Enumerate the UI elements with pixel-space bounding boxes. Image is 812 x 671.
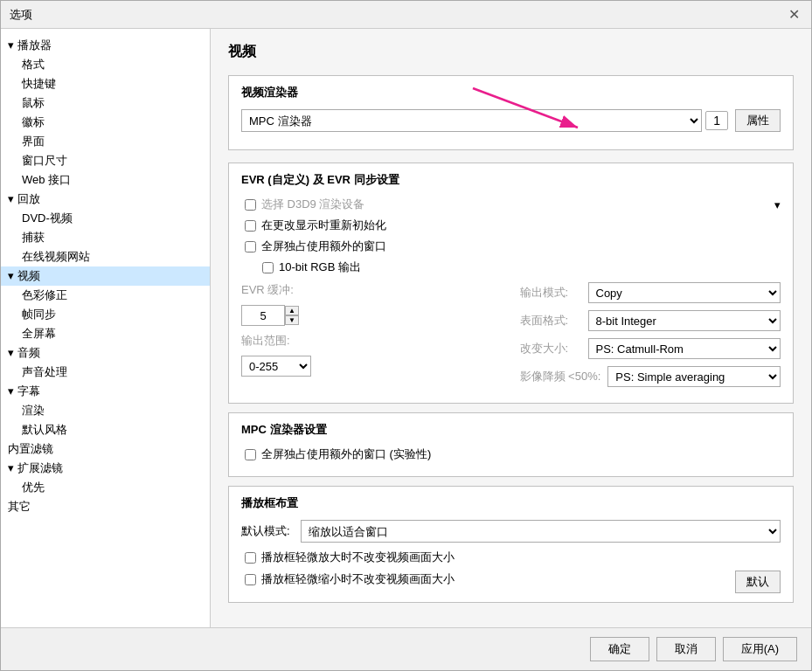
- output-range-label: 输出范围:: [241, 333, 311, 349]
- mpc-exclusive-checkbox-row: 全屏独占使用额外的窗口 (实验性): [241, 446, 781, 462]
- scale-down-checkbox[interactable]: [245, 574, 256, 585]
- sidebar-item-subtitle-render[interactable]: 渲染: [1, 401, 210, 420]
- resize-select[interactable]: PS: Catmull-Rom: [588, 338, 781, 359]
- dialog-footer: 确定 取消 应用(A): [1, 627, 811, 670]
- spin-up-button[interactable]: ▲: [285, 306, 299, 315]
- renderer-select-wrapper: MPC 渲染器 1: [241, 109, 728, 132]
- noise-reduce-select[interactable]: PS: Simple averaging: [607, 366, 781, 387]
- output-range-select-row: 0-255: [241, 356, 503, 377]
- exclusive-window-checkbox[interactable]: [245, 241, 256, 252]
- spin-buttons: ▲ ▼: [285, 306, 299, 325]
- sidebar-item-video[interactable]: ▾ 视频: [1, 266, 210, 286]
- scale-up-label: 播放框轻微放大时不改变视频画面大小: [261, 550, 455, 565]
- close-button[interactable]: ✕: [785, 6, 802, 24]
- noise-reduce-dropdown: PS: Simple averaging: [607, 366, 781, 387]
- exclusive-window-label: 全屏独占使用额外的窗口: [261, 239, 386, 254]
- scale-down-label: 播放框轻微缩小时不改变视频画面大小: [261, 571, 455, 587]
- playback-group: 播放框布置 默认模式: 缩放以适合窗口 播放框轻微放大时不改变视频画面大小 播放…: [228, 486, 794, 603]
- evr-buffer-label: EVR 缓冲:: [241, 282, 311, 298]
- mode-row: 默认模式: 缩放以适合窗口: [241, 520, 781, 543]
- main-content: 视频 视频渲染器 MPC 渲染器 1 属性 EVR (自定义) 及 EVR 同步…: [211, 29, 811, 627]
- surface-format-select[interactable]: 8-bit Integer: [588, 310, 781, 331]
- output-range-select[interactable]: 0-255: [241, 356, 311, 377]
- sidebar-item-audio-processing[interactable]: 声音处理: [1, 363, 210, 382]
- d3d9-dropdown-arrow: ▾: [774, 198, 781, 211]
- cancel-button[interactable]: 取消: [656, 637, 716, 661]
- noise-reduce-row: 影像降频 <50%: PS: Simple averaging: [520, 366, 781, 387]
- sidebar-item-fullscreen[interactable]: 全屏幕: [1, 324, 210, 343]
- mode-select[interactable]: 缩放以适合窗口: [301, 520, 781, 543]
- sidebar-item-audio[interactable]: ▾ 音频: [1, 343, 210, 363]
- resize-label: 改变大小:: [520, 341, 581, 356]
- sidebar-item-frame-sync[interactable]: 帧同步: [1, 305, 210, 324]
- scale-up-checkbox-row: 播放框轻微放大时不改变视频画面大小: [241, 550, 781, 565]
- mpc-group: MPC 渲染器设置 全屏独占使用额外的窗口 (实验性): [228, 412, 794, 477]
- 10bit-checkbox-row: 10-bit RGB 输出: [241, 259, 781, 275]
- sidebar-item-others[interactable]: 其它: [1, 497, 210, 516]
- output-range-row: 输出范围:: [241, 333, 503, 349]
- sidebar-item-interface[interactable]: 界面: [1, 132, 210, 151]
- sidebar-item-default-style[interactable]: 默认风格: [1, 420, 210, 439]
- dialog-title: 选项: [10, 7, 32, 23]
- evr-buffer-input[interactable]: [241, 305, 285, 326]
- sidebar: ▾ 播放器 格式 快捷键 鼠标 徽标 界面 窗口尺寸 Web 接口 ▾ 回放 D…: [1, 29, 211, 627]
- ok-button[interactable]: 确定: [590, 637, 649, 661]
- sidebar-item-shortcuts[interactable]: 快捷键: [1, 74, 210, 93]
- sidebar-item-subtitle[interactable]: ▾ 字幕: [1, 382, 210, 401]
- mpc-exclusive-checkbox[interactable]: [245, 449, 256, 460]
- surface-format-dropdown: 8-bit Integer: [588, 310, 781, 331]
- sidebar-item-capture[interactable]: 捕获: [1, 228, 210, 247]
- sidebar-item-playback[interactable]: ▾ 回放: [1, 190, 210, 209]
- renderer-number-badge: 1: [705, 111, 728, 130]
- evr-fields: EVR 缓冲: ▲ ▼ 输出范围:: [241, 282, 781, 394]
- d3d9-checkbox-row: 选择 D3D9 渲染设备 ▾: [241, 197, 781, 212]
- dialog-body: ▾ 播放器 格式 快捷键 鼠标 徽标 界面 窗口尺寸 Web 接口 ▾ 回放 D…: [1, 29, 811, 627]
- evr-buffer-row: EVR 缓冲:: [241, 282, 503, 298]
- output-mode-select[interactable]: Copy: [588, 282, 781, 303]
- reinit-checkbox[interactable]: [245, 220, 256, 232]
- sidebar-item-dvd[interactable]: DVD-视频: [1, 209, 210, 228]
- d3d9-label: 选择 D3D9 渲染设备: [261, 197, 364, 212]
- mode-label: 默认模式:: [241, 523, 294, 539]
- renderer-select[interactable]: MPC 渲染器: [241, 109, 702, 132]
- evr-buffer-control-row: ▲ ▼: [241, 305, 503, 326]
- d3d9-checkbox[interactable]: [245, 199, 256, 211]
- sidebar-item-builtin-filters[interactable]: 内置滤镜: [1, 439, 210, 459]
- spin-down-button[interactable]: ▼: [285, 315, 299, 325]
- default-button[interactable]: 默认: [735, 571, 781, 593]
- sidebar-item-priority[interactable]: 优先: [1, 478, 210, 497]
- noise-reduce-label: 影像降频 <50%:: [520, 369, 601, 384]
- evr-left-col: EVR 缓冲: ▲ ▼ 输出范围:: [241, 282, 503, 394]
- exclusive-window-checkbox-row: 全屏独占使用额外的窗口: [241, 239, 781, 254]
- 10bit-checkbox[interactable]: [262, 262, 274, 273]
- resize-dropdown: PS: Catmull-Rom: [588, 338, 781, 359]
- sidebar-item-format[interactable]: 格式: [1, 55, 210, 74]
- title-bar: 选项 ✕: [1, 1, 811, 29]
- sidebar-item-logo[interactable]: 徽标: [1, 113, 210, 132]
- apply-button[interactable]: 应用(A): [723, 637, 797, 661]
- renderer-label: 视频渲染器: [241, 85, 781, 100]
- scale-down-checkbox-row: 播放框轻微缩小时不改变视频画面大小: [241, 571, 735, 587]
- output-mode-row: 输出模式: Copy: [520, 282, 781, 303]
- scale-up-checkbox[interactable]: [245, 552, 256, 564]
- 10bit-label: 10-bit RGB 输出: [279, 259, 361, 275]
- output-mode-dropdown: Copy: [588, 282, 781, 303]
- properties-button[interactable]: 属性: [735, 109, 781, 132]
- sidebar-item-player[interactable]: ▾ 播放器: [1, 36, 210, 55]
- sidebar-item-online-video[interactable]: 在线视频网站: [1, 247, 210, 266]
- sidebar-item-ext-filters[interactable]: ▾ 扩展滤镜: [1, 459, 210, 478]
- reinit-label: 在更改显示时重新初始化: [261, 218, 386, 233]
- output-range-dropdown: 0-255: [241, 356, 311, 377]
- surface-format-row: 表面格式: 8-bit Integer: [520, 310, 781, 331]
- mpc-label: MPC 渲染器设置: [241, 422, 781, 438]
- sidebar-item-mouse[interactable]: 鼠标: [1, 93, 210, 113]
- renderer-row: MPC 渲染器 1 属性: [241, 109, 781, 132]
- options-dialog: 选项 ✕ ▾ 播放器 格式 快捷键 鼠标 徽标 界面 窗口尺寸 Web 接口 ▾…: [0, 0, 812, 671]
- playback-label: 播放框布置: [241, 495, 781, 511]
- sidebar-item-window-size[interactable]: 窗口尺寸: [1, 151, 210, 170]
- sidebar-item-web-interface[interactable]: Web 接口: [1, 170, 210, 190]
- sidebar-item-color-correction[interactable]: 色彩修正: [1, 286, 210, 305]
- resize-row: 改变大小: PS: Catmull-Rom: [520, 338, 781, 359]
- scale-down-row: 播放框轻微缩小时不改变视频画面大小 默认: [241, 571, 781, 593]
- reinit-checkbox-row: 在更改显示时重新初始化: [241, 218, 781, 233]
